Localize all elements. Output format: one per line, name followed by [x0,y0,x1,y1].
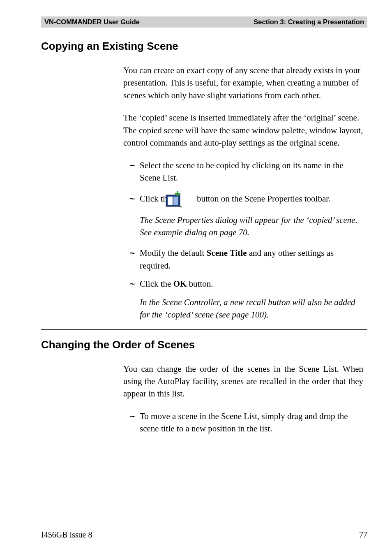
step3-bold: Scene Title [207,248,247,258]
section1-step4-note: In the Scene Controller, a new recall bu… [123,296,363,321]
section1-step2-note: The Scene Properties dialog will appear … [123,214,363,239]
section1-step4: ~Click the OK button. [123,278,363,290]
section1-step3: ~Modify the default Scene Title and any … [123,247,363,272]
svg-rect-5 [175,193,180,195]
section1-body: You can create an exact copy of any scen… [123,64,363,321]
step3-text-a: Modify the default [140,248,207,258]
section2-body: You can change the order of the scenes i… [123,363,363,435]
section1-step1: ~Select the scene to be copied by clicki… [123,159,363,184]
header-right: Section 3: Creating a Presentation [254,18,364,26]
step-marker: ~ [130,159,140,171]
svg-rect-2 [168,197,173,205]
page-header: VN-COMMANDER User Guide Section 3: Creat… [41,16,367,28]
section1-para1: You can create an exact copy of any scen… [123,64,363,102]
step-marker: ~ [130,410,140,422]
page: VN-COMMANDER User Guide Section 3: Creat… [0,0,392,556]
step4-text-a: Click the [140,279,173,289]
footer-left: I456GB issue 8 [41,530,92,540]
step-marker: ~ [130,278,140,290]
step-marker: ~ [130,247,140,259]
svg-rect-3 [173,197,178,205]
section2-step1: ~To move a scene in the Scene List, simp… [123,410,363,435]
section2-para1: You can change the order of the scenes i… [123,363,363,400]
section-divider [41,329,367,330]
header-left: VN-COMMANDER User Guide [44,18,140,26]
copy-scene-icon [175,190,193,208]
section1-title: Copying an Existing Scene [41,40,367,53]
page-footer: I456GB issue 8 77 [41,530,367,540]
section2-step1-text: To move a scene in the Scene List, simpl… [140,411,348,433]
step1-text: Select the scene to be copied by clickin… [140,160,344,183]
step2-text-b: button on the Scene Properties toolbar. [197,194,330,204]
step4-text-b: button. [187,279,213,289]
section1-step2: ~Click the button on the Scene Propertie… [123,190,363,208]
step4-bold: OK [173,279,187,289]
section1-para2: The ‘copied’ scene is inserted immediate… [123,111,363,149]
section2-title: Changing the Order of Scenes [41,338,367,351]
step-marker: ~ [130,192,140,205]
footer-right: 77 [359,530,367,540]
